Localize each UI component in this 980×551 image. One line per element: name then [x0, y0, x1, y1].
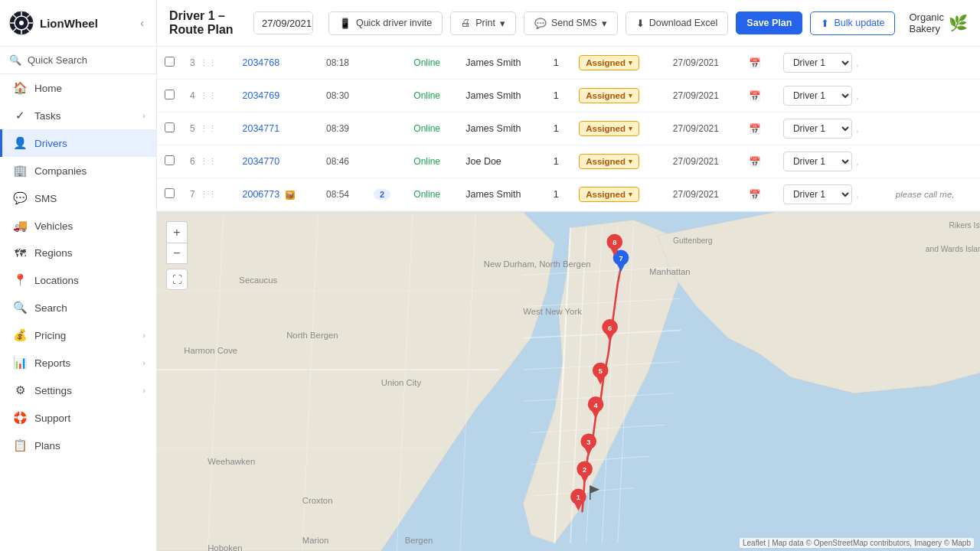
sidebar-item-regions[interactable]: 🗺 Regions [0, 240, 156, 266]
quick-invite-label: Quick driver invite [356, 18, 432, 28]
quick-driver-invite-button[interactable]: 📱 Quick driver invite [328, 11, 443, 35]
sidebar-item-vehicles[interactable]: 🚚 Vehicles [0, 212, 156, 240]
row-checkbox-cell[interactable] [157, 80, 182, 112]
assigned-cell[interactable]: Assigned ▾ [571, 145, 665, 178]
note-cell [888, 145, 980, 178]
sms-dropdown-icon: ▾ [602, 18, 607, 29]
table-row: 4 ⋮⋮ 2034769 08:30 Online James Smith 1 … [157, 80, 980, 112]
sidebar-item-search[interactable]: 🔍 Search [0, 294, 156, 321]
row-checkbox-cell[interactable] [157, 112, 182, 145]
pkg-count-cell [366, 112, 406, 145]
note-cell: please call me, [888, 178, 980, 211]
status-cell: Online [406, 112, 458, 145]
driver-cell[interactable]: Driver 1 , [776, 178, 888, 211]
recipient-cell: James Smith [458, 112, 546, 145]
sidebar-item-tasks[interactable]: ✓ Tasks › [0, 102, 156, 129]
zoom-out-button[interactable]: − [166, 243, 188, 264]
quantity: 1 [554, 156, 559, 167]
date-picker-cell[interactable]: 📅 [741, 178, 776, 211]
order-id-link[interactable]: 2034768 [243, 57, 280, 68]
fullscreen-button[interactable]: ⛶ [166, 269, 188, 290]
drag-icon[interactable]: ⋮⋮ [200, 91, 217, 100]
order-id-link[interactable]: 2034770 [243, 156, 280, 167]
download-excel-button[interactable]: ⬇ Download Excel [626, 11, 729, 35]
print-icon: 🖨 [461, 18, 471, 28]
drag-icon[interactable]: ⋮⋮ [200, 157, 217, 166]
collapse-sidebar-button[interactable]: ‹ [137, 14, 147, 32]
sidebar-item-locations[interactable]: 📍 Locations [0, 266, 156, 294]
driver-cell[interactable]: Driver 1 , [776, 47, 888, 80]
date-picker-cell[interactable]: 📅 [741, 47, 776, 80]
date-cell: 27/09/2021 [665, 145, 741, 178]
sidebar-item-settings[interactable]: ⚙ Settings › [0, 377, 156, 404]
print-button[interactable]: 🖨 Print ▾ [450, 11, 516, 35]
date-picker-cell[interactable]: 📅 [741, 80, 776, 112]
order-id-link[interactable]: 2006773 [243, 189, 280, 200]
row-checkbox[interactable] [165, 57, 175, 67]
save-plan-button[interactable]: Save Plan [736, 11, 802, 34]
driver-select[interactable]: Driver 1 [783, 184, 852, 204]
row-num: 3 ⋮⋮ [182, 47, 235, 80]
date-picker-cell[interactable]: 📅 [741, 112, 776, 145]
order-id-link[interactable]: 2034769 [243, 90, 280, 101]
row-checkbox-cell[interactable] [157, 178, 182, 211]
driver-cell[interactable]: Driver 1 , [776, 145, 888, 178]
quantity: 1 [554, 57, 559, 68]
assigned-cell[interactable]: Assigned ▾ [571, 178, 665, 211]
send-sms-button[interactable]: 💬 Send SMS ▾ [524, 11, 618, 35]
date-picker[interactable]: 📅 [253, 11, 313, 34]
assigned-badge[interactable]: Assigned ▾ [579, 154, 639, 169]
time-cell: 08:39 [318, 112, 366, 145]
row-checkbox-cell[interactable] [157, 145, 182, 178]
app-name: LionWheel [40, 17, 98, 30]
qty-cell: 1 [546, 80, 571, 112]
driver-cell[interactable]: Driver 1 , [776, 112, 888, 145]
tasks-arrow-icon: › [142, 111, 145, 120]
sidebar-item-drivers[interactable]: 👤 Drivers [0, 129, 156, 157]
sidebar-item-home[interactable]: 🏠 Home [0, 74, 156, 102]
sidebar-item-pricing[interactable]: 💰 Pricing › [0, 321, 156, 349]
row-checkbox[interactable] [165, 90, 175, 99]
sidebar-item-sms[interactable]: 💬 SMS [0, 184, 156, 212]
bulk-update-icon: ⬆ [821, 18, 829, 29]
assigned-cell[interactable]: Assigned ▾ [571, 80, 665, 112]
date-input[interactable] [254, 13, 313, 34]
row-checkbox[interactable] [165, 155, 175, 165]
sidebar-item-label-tasks: Tasks [34, 110, 61, 122]
assigned-badge[interactable]: Assigned ▾ [579, 88, 639, 103]
status-cell: Online [406, 178, 458, 211]
order-id-link[interactable]: 2034771 [243, 123, 280, 134]
driver-select[interactable]: Driver 1 [783, 119, 852, 139]
row-checkbox[interactable] [165, 122, 175, 132]
assigned-badge[interactable]: Assigned ▾ [579, 55, 639, 70]
quick-search-label: Quick Search [28, 54, 87, 66]
page-title: Driver 1 – Route Plan [169, 9, 238, 37]
assigned-badge[interactable]: Assigned ▾ [579, 187, 639, 202]
zoom-in-button[interactable]: + [166, 221, 188, 243]
bulk-update-button[interactable]: ⬆ Bulk update [810, 11, 895, 35]
assigned-cell[interactable]: Assigned ▾ [571, 112, 665, 145]
assigned-badge[interactable]: Assigned ▾ [579, 121, 639, 136]
driver-select[interactable]: Driver 1 [783, 86, 852, 106]
date-picker-cell[interactable]: 📅 [741, 145, 776, 178]
drag-icon[interactable]: ⋮⋮ [200, 190, 217, 199]
drag-icon[interactable]: ⋮⋮ [200, 58, 217, 67]
svg-point-10 [19, 21, 24, 25]
driver-select[interactable]: Driver 1 [783, 152, 852, 171]
row-checkbox[interactable] [165, 188, 175, 198]
sidebar-item-support[interactable]: 🛟 Support [0, 404, 156, 432]
sidebar-item-reports[interactable]: 📊 Reports › [0, 349, 156, 377]
assigned-cell[interactable]: Assigned ▾ [571, 47, 665, 80]
svg-text:North Bergen: North Bergen [286, 331, 338, 340]
quick-search-row[interactable]: 🔍 Quick Search [0, 47, 156, 74]
order-id-cell: 2034768 [235, 47, 318, 80]
driver-cell[interactable]: Driver 1 , [776, 80, 888, 112]
driver-select[interactable]: Driver 1 [783, 53, 852, 73]
assigned-dropdown-icon: ▾ [629, 125, 632, 132]
sidebar-item-companies[interactable]: 🏢 Companies [0, 157, 156, 184]
order-id-cell: 2006773 📦 [235, 178, 318, 211]
content-area: 3 ⋮⋮ 2034768 08:18 Online James Smith 1 … [157, 47, 980, 551]
row-checkbox-cell[interactable] [157, 47, 182, 80]
sidebar-item-plans[interactable]: 📋 Plans [0, 432, 156, 459]
drag-icon[interactable]: ⋮⋮ [200, 124, 217, 133]
